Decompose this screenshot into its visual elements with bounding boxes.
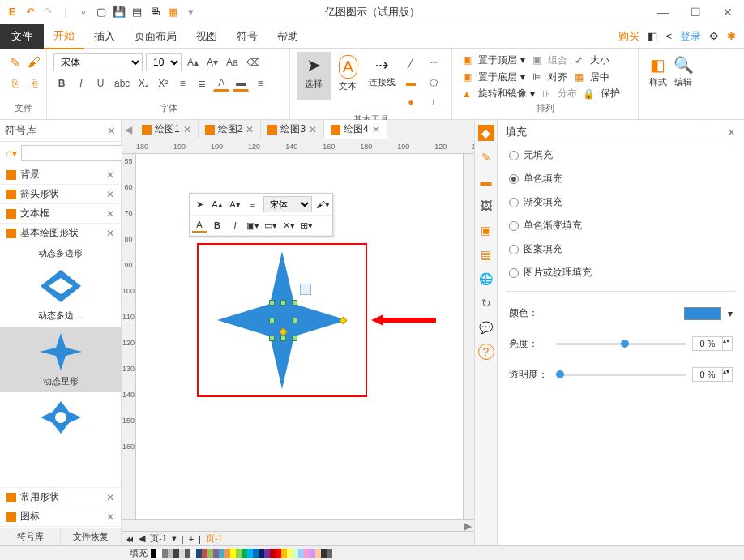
align-icon[interactable]: ⊫ <box>528 69 545 85</box>
poly-tool-icon[interactable]: ⬠ <box>425 75 442 91</box>
login-link[interactable]: 登录 <box>680 29 701 44</box>
fill-solid[interactable]: 单色填充 <box>506 167 736 190</box>
connector-tool[interactable]: ⇢连接线 <box>366 52 400 100</box>
opacity-spinner[interactable]: 0 %▴▾ <box>692 367 733 382</box>
menu-help[interactable]: 帮助 <box>267 24 308 49</box>
palette-color[interactable] <box>213 549 219 558</box>
cat-textbox[interactable]: 文本框✕ <box>0 203 121 223</box>
page-add-icon[interactable]: + <box>189 534 194 544</box>
fill-none[interactable]: 无填充 <box>506 143 736 167</box>
bold-icon[interactable]: B <box>53 75 70 92</box>
shape-dyn-star[interactable]: 动态星形 <box>0 327 121 392</box>
handle-se[interactable] <box>292 336 297 341</box>
opacity-slider[interactable] <box>556 374 686 376</box>
page-name[interactable]: 页-1 <box>150 532 167 545</box>
help-panel-icon[interactable]: ? <box>478 344 494 360</box>
ft-select-icon[interactable]: ➤ <box>192 197 207 212</box>
group-icon[interactable]: ▣ <box>528 52 545 68</box>
props-close-icon[interactable]: ✕ <box>727 126 736 139</box>
palette-color[interactable] <box>304 549 310 558</box>
palette-color[interactable] <box>270 549 276 558</box>
ft-line-icon[interactable]: ▭▾ <box>263 218 278 233</box>
shape-panel-icon[interactable]: ▬ <box>478 173 494 190</box>
brightness-spinner[interactable]: 0 %▴▾ <box>692 336 733 351</box>
color-dropdown-icon[interactable]: ▾ <box>728 308 733 319</box>
line-spacing-icon[interactable]: ≡ <box>174 75 190 92</box>
fill-texture[interactable]: 图片或纹理填充 <box>506 261 736 284</box>
tab-1[interactable]: 绘图1✕ <box>135 120 199 139</box>
menu-symbol[interactable]: 符号 <box>227 24 267 49</box>
brush-icon[interactable]: 🖌 <box>26 54 42 71</box>
sidebar-tab-recovery[interactable]: 文件恢复 <box>61 528 122 545</box>
paste-icon[interactable]: ⎗ <box>26 75 42 92</box>
layer-panel-icon[interactable]: ▣ <box>478 222 494 238</box>
color-palette[interactable] <box>151 549 332 558</box>
center-icon[interactable]: ▦ <box>571 69 587 85</box>
scrollbar-v[interactable] <box>463 154 474 519</box>
page-dropdown-icon[interactable]: ▾ <box>172 533 177 544</box>
maximize-button[interactable]: ☐ <box>679 1 712 24</box>
shape-dyn-star2[interactable] <box>0 392 121 442</box>
ft-tools-icon[interactable]: ✕▾ <box>281 218 296 233</box>
palette-color[interactable] <box>287 549 293 558</box>
line-panel-icon[interactable]: ✎ <box>478 149 494 165</box>
rotate-icon[interactable]: ▲ <box>459 86 475 102</box>
settings-icon[interactable]: ⚙ <box>709 30 719 42</box>
redo-icon[interactable]: ↷ <box>41 5 55 19</box>
distribute-label[interactable]: 分布 <box>558 87 577 100</box>
social-icon[interactable]: < <box>665 30 672 42</box>
ft-font-select[interactable]: 宋体 <box>263 196 312 212</box>
star-shape[interactable] <box>217 251 347 389</box>
center-label[interactable]: 居中 <box>590 71 609 84</box>
palette-color[interactable] <box>207 549 213 558</box>
bring-front-label[interactable]: 置于顶层 <box>478 53 517 67</box>
palette-color[interactable] <box>321 549 327 558</box>
palette-color[interactable] <box>173 549 179 558</box>
palette-color[interactable] <box>190 549 196 558</box>
font-name-select[interactable]: 宋体 <box>53 53 143 71</box>
close-button[interactable]: ✕ <box>712 1 744 24</box>
style-button[interactable]: ◧样式 <box>645 52 671 100</box>
menu-view[interactable]: 视图 <box>186 24 227 49</box>
brightness-slider[interactable] <box>556 343 686 345</box>
export-icon[interactable]: ▦ <box>165 5 180 19</box>
cat-icon[interactable]: 图标✕ <box>0 507 121 526</box>
comment-panel-icon[interactable]: 💬 <box>478 319 494 336</box>
palette-color[interactable] <box>276 549 281 558</box>
highlight-icon[interactable]: ▬ <box>233 75 249 92</box>
size-label[interactable]: 大小 <box>590 53 609 67</box>
tab-3[interactable]: 绘图3✕ <box>261 120 324 139</box>
crop-tool-icon[interactable]: ⟂ <box>425 94 442 110</box>
open-icon[interactable]: ▢ <box>94 5 109 19</box>
rect-tool-icon[interactable]: ▬ <box>403 75 419 91</box>
tab-1-close-icon[interactable]: ✕ <box>183 124 191 135</box>
image-panel-icon[interactable]: 🖼 <box>478 198 494 214</box>
palette-color[interactable] <box>247 549 253 558</box>
handle-nw[interactable] <box>269 300 275 306</box>
tab-3-close-icon[interactable]: ✕ <box>309 124 317 135</box>
subscript-icon[interactable]: X₂ <box>135 75 152 92</box>
ft-dec-font-icon[interactable]: A▾ <box>228 197 242 212</box>
decrease-font-icon[interactable]: A▾ <box>204 54 220 71</box>
palette-color[interactable] <box>310 549 315 558</box>
page-current[interactable]: 页-1 <box>206 532 223 545</box>
palette-color[interactable] <box>293 549 298 558</box>
palette-color[interactable] <box>259 549 264 558</box>
cat-arrows[interactable]: 箭头形状✕ <box>0 184 121 203</box>
distribute-icon[interactable]: ⊪ <box>538 86 554 102</box>
ft-italic-icon[interactable]: I <box>228 218 242 233</box>
new-icon[interactable]: ▫ <box>76 5 91 19</box>
save-icon[interactable]: 💾 <box>112 5 126 19</box>
copy-icon[interactable]: ⎘ <box>6 75 23 92</box>
palette-color[interactable] <box>179 549 185 558</box>
qat-more-icon[interactable]: ▾ <box>183 5 198 19</box>
size-icon[interactable]: ⤢ <box>571 52 587 68</box>
cat-basic-shapes[interactable]: 基本绘图形状✕ <box>0 223 121 242</box>
print-icon[interactable]: 🖶 <box>148 5 162 19</box>
tab-prev-icon[interactable]: ◀ <box>122 124 135 135</box>
fill-solid-gradient[interactable]: 单色渐变填充 <box>506 214 736 237</box>
palette-color[interactable] <box>236 549 242 558</box>
handle-n[interactable] <box>280 300 286 306</box>
format-painter-icon[interactable]: ✎ <box>6 54 23 71</box>
page-first-icon[interactable]: ⏮ <box>125 534 134 544</box>
